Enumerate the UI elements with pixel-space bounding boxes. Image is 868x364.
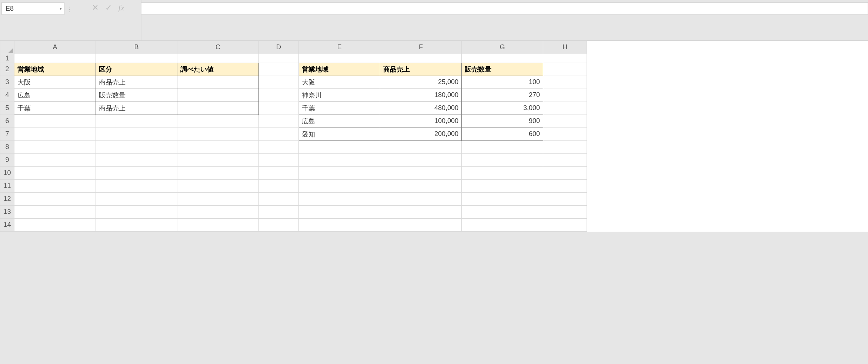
- cell-G11[interactable]: [462, 179, 543, 192]
- cell-A13[interactable]: [14, 205, 96, 218]
- cell-B2[interactable]: 区分: [96, 63, 177, 76]
- cell-E4[interactable]: 神奈川: [299, 89, 380, 102]
- cell-C6[interactable]: [177, 115, 259, 128]
- cell-E12[interactable]: [299, 192, 380, 205]
- cell-H8[interactable]: [543, 140, 587, 153]
- cell-C5[interactable]: [177, 102, 259, 115]
- cell-H7[interactable]: [543, 128, 587, 140]
- cell-D8[interactable]: [259, 140, 299, 153]
- cell-E9[interactable]: [299, 153, 380, 166]
- cell-G10[interactable]: [462, 166, 543, 179]
- cell-C9[interactable]: [177, 153, 259, 166]
- cell-D10[interactable]: [259, 166, 299, 179]
- col-header[interactable]: H: [543, 41, 587, 54]
- cell-G5[interactable]: 3,000: [462, 102, 543, 115]
- cell-E14[interactable]: [299, 218, 380, 231]
- cell-B11[interactable]: [96, 179, 177, 192]
- cell-A5[interactable]: 千葉: [14, 102, 96, 115]
- cell-E5[interactable]: 千葉: [299, 102, 380, 115]
- cell-D2[interactable]: [259, 63, 299, 76]
- cell-G3[interactable]: 100: [462, 76, 543, 89]
- cell-A2[interactable]: 営業地域: [14, 63, 96, 76]
- cell-D3[interactable]: [259, 76, 299, 89]
- cell-G1[interactable]: [462, 54, 543, 63]
- cell-B12[interactable]: [96, 192, 177, 205]
- dropdown-icon[interactable]: ▾: [60, 6, 62, 11]
- cell-E3[interactable]: 大阪: [299, 76, 380, 89]
- cell-B3[interactable]: 商品売上: [96, 76, 177, 89]
- col-header[interactable]: F: [380, 41, 462, 54]
- cell-B10[interactable]: [96, 166, 177, 179]
- cell-E6[interactable]: 広島: [299, 115, 380, 128]
- cell-H4[interactable]: [543, 89, 587, 102]
- cell-H6[interactable]: [543, 115, 587, 128]
- cell-F11[interactable]: [380, 179, 462, 192]
- row-header[interactable]: 3: [0, 76, 14, 89]
- cell-G6[interactable]: 900: [462, 115, 543, 128]
- cell-D13[interactable]: [259, 205, 299, 218]
- cell-F12[interactable]: [380, 192, 462, 205]
- cell-C3[interactable]: [177, 76, 259, 89]
- row-header[interactable]: 12: [0, 192, 14, 205]
- cell-C1[interactable]: [177, 54, 259, 63]
- cell-E7[interactable]: 愛知: [299, 128, 380, 140]
- cell-H5[interactable]: [543, 102, 587, 115]
- col-header[interactable]: E: [299, 41, 380, 54]
- cell-A4[interactable]: 広島: [14, 89, 96, 102]
- row-header[interactable]: 11: [0, 179, 14, 192]
- cell-D1[interactable]: [259, 54, 299, 63]
- cell-D11[interactable]: [259, 179, 299, 192]
- formula-input[interactable]: [141, 2, 868, 15]
- cell-A14[interactable]: [14, 218, 96, 231]
- col-header[interactable]: G: [462, 41, 543, 54]
- row-header[interactable]: 5: [0, 102, 14, 115]
- cell-E8[interactable]: [299, 140, 380, 153]
- cell-B13[interactable]: [96, 205, 177, 218]
- cell-D7[interactable]: [259, 128, 299, 140]
- cell-E2[interactable]: 営業地域: [299, 63, 380, 76]
- cell-A8[interactable]: [14, 140, 96, 153]
- cell-F7[interactable]: 200,000: [380, 128, 462, 140]
- cell-A11[interactable]: [14, 179, 96, 192]
- cell-G2[interactable]: 販売数量: [462, 63, 543, 76]
- cell-A6[interactable]: [14, 115, 96, 128]
- select-all-corner[interactable]: [0, 41, 14, 54]
- cell-C12[interactable]: [177, 192, 259, 205]
- cell-C11[interactable]: [177, 179, 259, 192]
- cell-C13[interactable]: [177, 205, 259, 218]
- cell-F4[interactable]: 180,000: [380, 89, 462, 102]
- row-header[interactable]: 8: [0, 140, 14, 153]
- cell-D9[interactable]: [259, 153, 299, 166]
- name-box[interactable]: E8 ▾: [1, 2, 64, 15]
- cell-G4[interactable]: 270: [462, 89, 543, 102]
- cell-E10[interactable]: [299, 166, 380, 179]
- cell-H3[interactable]: [543, 76, 587, 89]
- cell-A12[interactable]: [14, 192, 96, 205]
- cell-H11[interactable]: [543, 179, 587, 192]
- cell-H1[interactable]: [543, 54, 587, 63]
- spreadsheet-grid[interactable]: A B C D E F G H 12営業地域区分調べたい値営業地域商品売上販売数…: [0, 41, 868, 232]
- row-header[interactable]: 14: [0, 218, 14, 231]
- fx-icon[interactable]: fx: [118, 4, 124, 12]
- cell-F13[interactable]: [380, 205, 462, 218]
- cell-A1[interactable]: [14, 54, 96, 63]
- cell-H13[interactable]: [543, 205, 587, 218]
- cell-H12[interactable]: [543, 192, 587, 205]
- row-header[interactable]: 2: [0, 63, 14, 76]
- cell-B8[interactable]: [96, 140, 177, 153]
- cell-F10[interactable]: [380, 166, 462, 179]
- cell-B7[interactable]: [96, 128, 177, 140]
- cell-A7[interactable]: [14, 128, 96, 140]
- cell-C14[interactable]: [177, 218, 259, 231]
- cell-D4[interactable]: [259, 89, 299, 102]
- row-header[interactable]: 1: [0, 54, 14, 63]
- cell-A10[interactable]: [14, 166, 96, 179]
- row-header[interactable]: 4: [0, 89, 14, 102]
- enter-icon[interactable]: ✓: [105, 4, 112, 12]
- cell-F8[interactable]: [380, 140, 462, 153]
- cell-G14[interactable]: [462, 218, 543, 231]
- row-header[interactable]: 9: [0, 153, 14, 166]
- cell-A3[interactable]: 大阪: [14, 76, 96, 89]
- cell-G12[interactable]: [462, 192, 543, 205]
- cell-C8[interactable]: [177, 140, 259, 153]
